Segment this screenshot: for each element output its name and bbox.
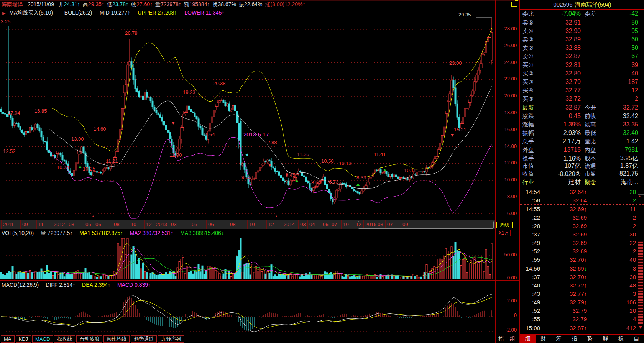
valuation-value: 1.16% xyxy=(544,155,581,162)
quote-tab-解[interactable]: 解 xyxy=(598,335,614,343)
gutter-tab-group[interactable]: 组 xyxy=(510,336,515,343)
ask-label: 卖③ xyxy=(522,36,544,43)
macd-chart[interactable] xyxy=(0,289,495,334)
indicator-tab-MA[interactable]: MA xyxy=(1,335,15,343)
time-tick-label: 10 xyxy=(249,222,255,228)
quote-tab-筹[interactable]: 筹 xyxy=(551,335,567,343)
quote-field-换: 换38.67% xyxy=(212,1,236,7)
volume-chart[interactable] xyxy=(0,237,495,280)
tick-row: :4932.6922 xyxy=(520,238,644,247)
time-tick-mark xyxy=(112,220,112,229)
ask-levels: 卖⑤32.9150卖④32.9095卖③32.8960卖②32.8850卖①32… xyxy=(520,18,644,61)
quote-field-低: 低23.78↑ xyxy=(107,1,128,7)
scrollbar-menu-button[interactable]: ☰ xyxy=(638,189,644,195)
quote-tab-板[interactable]: 板 xyxy=(613,335,629,343)
quote-field-涨: 涨(3.00)12.20%↑ xyxy=(265,1,305,7)
price-axis-label: 8.00 xyxy=(497,194,517,199)
time-tick-mark xyxy=(20,220,21,229)
tick-row: :3732.70↑30 xyxy=(520,272,644,281)
bid-level-4[interactable]: 买④32.7712 xyxy=(520,86,644,95)
macd-indicator-label[interactable]: MACD(12,26,9) xyxy=(2,282,39,288)
indicator-tab-操盘线[interactable]: 操盘线 xyxy=(54,335,75,343)
valuation-label-2: 市盈 xyxy=(581,170,608,177)
quote-field-振: 振22.64% xyxy=(239,1,262,7)
tick-row: 14:5532.69↑11 xyxy=(520,204,644,213)
bid-level-3[interactable]: 买③32.79187 xyxy=(520,78,644,86)
quote-tab-自[interactable]: 自 xyxy=(629,335,644,343)
time-tick-mark xyxy=(307,220,308,229)
price-axis-label: 6.00 xyxy=(497,211,517,216)
tick-row: :5232.692 xyxy=(520,247,644,255)
bid-label: 买④ xyxy=(522,87,544,94)
quote-tab-指[interactable]: 指 xyxy=(567,335,583,343)
quote-panel: 002596海南瑞泽(594) 委比 -7.04% 委差 -42 卖⑤32.91… xyxy=(520,0,644,343)
bid-qty: 12 xyxy=(608,87,641,94)
ask-level-1[interactable]: 卖①32.8767 xyxy=(520,52,644,61)
price-axis-label: 26.00 xyxy=(497,43,517,48)
maximize-icon[interactable] xyxy=(511,2,517,7)
indicator-tab-九转序列[interactable]: 九转序列 xyxy=(158,335,184,343)
vol-indicator-label[interactable]: VOL(5,10,20) xyxy=(2,230,34,236)
vol-ma1-value: MA1 537182.875↑ xyxy=(79,230,123,236)
ask-price: 32.91 xyxy=(544,19,581,26)
time-tick-label: 11 xyxy=(38,222,44,228)
tick-row: :2232.692 xyxy=(520,213,644,222)
quote-tab-财[interactable]: 财 xyxy=(536,335,552,343)
time-tick-mark xyxy=(144,220,145,229)
ask-level-5[interactable]: 卖⑤32.9150 xyxy=(520,18,644,27)
boll-mid-value: MID 19.277↑ xyxy=(100,10,130,16)
stat-label-2: 前收 xyxy=(581,113,608,120)
valuation-stats: 换手1.16%股本3.25亿市值107亿流通1.87亿收益-0.020②市盈-8… xyxy=(520,154,644,177)
quote-tab-细[interactable]: 细 xyxy=(520,335,536,343)
time-tick-mark xyxy=(94,220,94,229)
time-tick-mark xyxy=(266,220,267,229)
ask-label: 卖④ xyxy=(522,28,544,35)
stat-label: 最新 xyxy=(522,104,544,112)
price-axis-label: 22.00 xyxy=(497,76,517,82)
bid-level-2[interactable]: 买②32.8040 xyxy=(520,69,644,78)
bid-level-1[interactable]: 买①32.8139 xyxy=(520,61,644,69)
tick-row: 14:5432.64↑20 xyxy=(520,187,644,196)
quote-info-bar: 海南瑞泽 2015/11/09 开24.31↑高29.35↑低23.78↑收27… xyxy=(0,0,497,8)
industry-row[interactable]: 行业 建材 概念 海南... xyxy=(520,177,644,187)
concept-value: 海南... xyxy=(608,178,641,186)
ask-level-2[interactable]: 卖②32.8850 xyxy=(520,44,644,52)
indicator-tab-自动波浪[interactable]: 自动波浪 xyxy=(76,335,102,343)
quote-date: 2015/11/09 xyxy=(28,1,54,7)
vol-ma3-value: MA3 388815.406↓ xyxy=(180,230,224,236)
boll-label[interactable]: BOLL(26,2) xyxy=(64,10,92,16)
bid-level-5[interactable]: 买⑤32.722 xyxy=(520,95,644,103)
visible-range-indicator[interactable] xyxy=(358,221,494,229)
gutter-tab-indicator[interactable]: 指 xyxy=(498,336,504,343)
ask-price: 32.88 xyxy=(544,44,581,51)
scrollbar-thumb[interactable] xyxy=(638,241,643,324)
stat-value: 32.87 xyxy=(544,104,581,111)
indicator-tab-KDJ[interactable]: KDJ xyxy=(16,335,31,343)
indicator-tab-顾比均线[interactable]: 顾比均线 xyxy=(104,335,130,343)
indicator-tab-MACD[interactable]: MACD xyxy=(32,335,53,343)
price-annotation: 20.38 xyxy=(213,81,226,86)
stat-value-2: 7981 xyxy=(608,146,641,153)
scroll-down-arrow[interactable] xyxy=(639,326,642,329)
price-annotation: 23.00 xyxy=(449,61,462,66)
stat-label-2: 内盘 xyxy=(581,146,608,154)
indicator-tab-趋势通道[interactable]: 趋势通道 xyxy=(131,335,157,343)
industry-label: 行业 xyxy=(522,179,544,186)
period-weekly-button[interactable]: 周线 xyxy=(496,222,513,228)
scroll-up-arrow[interactable] xyxy=(639,195,641,197)
main-candlestick-chart[interactable] xyxy=(0,17,495,219)
sell-signal-triangle xyxy=(268,164,271,167)
tick-row: :5832.642 xyxy=(520,196,644,204)
bid-qty: 187 xyxy=(608,79,641,85)
quote-field-量: 量723978↑ xyxy=(155,1,181,7)
buy-signal-triangle xyxy=(356,183,360,186)
time-tick-label: 06 xyxy=(208,222,214,228)
time-tick-label: 2014 xyxy=(284,222,295,228)
sell-signal-triangle xyxy=(451,134,454,137)
quote-tab-势[interactable]: 势 xyxy=(582,335,598,343)
valuation-label-2: 流通 xyxy=(581,162,608,170)
ask-level-4[interactable]: 卖④32.9095 xyxy=(520,27,644,35)
time-tick-mark xyxy=(298,220,299,229)
tick-row: 15:0032.87↑412 xyxy=(520,323,644,332)
ask-level-3[interactable]: 卖③32.8960 xyxy=(520,35,644,44)
